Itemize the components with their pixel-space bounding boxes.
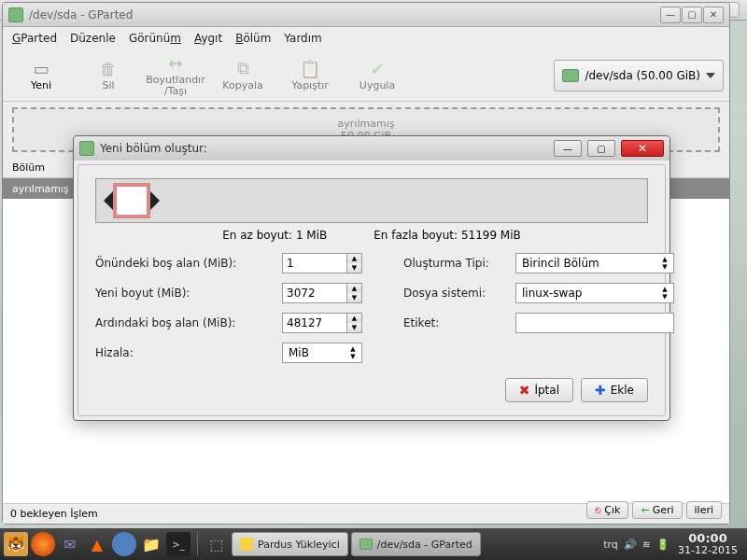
file-icon: ▭	[30, 58, 52, 78]
resize-handle-right-icon[interactable]	[150, 191, 160, 210]
copy-button[interactable]: ⧉Kopyala	[210, 52, 275, 99]
taskbar-item-gparted[interactable]: /dev/sda - GParted	[351, 532, 481, 556]
free-before-input[interactable]	[282, 253, 347, 273]
spin-down[interactable]: ▼	[347, 263, 361, 273]
folder-icon[interactable]: 📁	[139, 532, 163, 556]
statusbar: 0 bekleyen İşlem ⎋Çık ←Geri ileri	[3, 503, 729, 524]
after-label: Ardındaki boş alan (MiB):	[95, 316, 282, 329]
app-icon	[79, 141, 94, 156]
resize-icon: ↔	[164, 53, 187, 74]
clock-date: 31-12-2015	[678, 545, 738, 556]
disk-icon	[359, 539, 373, 550]
dialog-title: Yeni bölüm oluştur:	[100, 142, 548, 155]
delete-button[interactable]: 🗑Sil	[76, 52, 141, 99]
system-tray: trq 🔊 ≋ 🔋	[603, 539, 669, 551]
dialog-maximize-button[interactable]: ▢	[587, 140, 615, 157]
spin-up[interactable]: ▲	[347, 284, 361, 293]
minimize-button[interactable]: —	[660, 7, 681, 23]
free-after-input[interactable]	[282, 313, 347, 333]
disk-icon	[562, 69, 579, 82]
quit-button[interactable]: ⎋Çık	[586, 501, 628, 519]
dialog-close-button[interactable]: ✕	[621, 140, 664, 157]
back-button[interactable]: ←Geri	[632, 501, 682, 519]
cancel-icon: ✖	[519, 383, 530, 398]
firefox-icon[interactable]	[31, 532, 55, 556]
partition-preview[interactable]	[95, 178, 648, 223]
device-label: /dev/sda (50.00 GiB)	[585, 69, 700, 82]
start-menu-icon[interactable]: 🐯	[4, 532, 28, 556]
new-size-input[interactable]	[282, 283, 347, 303]
chevron-down-icon	[706, 73, 715, 78]
clock-time: 00:00	[678, 532, 738, 545]
apply-button[interactable]: ✔Uygula	[345, 52, 410, 99]
new-partition-dialog: Yeni bölüm oluştur: — ▢ ✕ En az boyut: 1…	[73, 135, 670, 421]
spin-down[interactable]: ▼	[347, 293, 361, 302]
app-icon[interactable]	[112, 532, 136, 556]
add-button[interactable]: ✚Ekle	[581, 378, 648, 402]
menu-gparted[interactable]: GGPartedParted	[12, 32, 57, 45]
taskbar: 🐯 ✉ ▲ 📁 >_ ⬚ Pardus Yükleyici /dev/sda -…	[0, 528, 747, 560]
create-as-label: Oluşturma Tipi:	[403, 257, 515, 270]
window-title: /dev/sda - GParted	[29, 8, 655, 21]
align-combo[interactable]: MiB▲▼	[282, 343, 362, 363]
show-desktop-icon[interactable]: ⬚	[204, 532, 229, 556]
filesystem-label: Dosya sistemi:	[403, 287, 515, 300]
before-label: Önündeki boş alan (MiB):	[95, 257, 282, 270]
copy-icon: ⧉	[232, 58, 254, 78]
dialog-titlebar[interactable]: Yeni bölüm oluştur: — ▢ ✕	[74, 136, 669, 161]
maximize-button[interactable]: ▢	[682, 7, 702, 23]
add-icon: ✚	[595, 383, 606, 398]
menubar: GGPartedParted Düzenle Görünüm Aygıt Böl…	[3, 27, 729, 49]
filesystem-combo[interactable]: linux-swap▲▼	[515, 283, 674, 303]
quit-icon: ⎋	[595, 504, 601, 516]
etiket-label: Etiket:	[403, 316, 515, 329]
align-label: Hizala:	[95, 346, 282, 359]
pending-operations: 0 bekleyen İşlem	[10, 508, 98, 520]
toolbar: ▭Yeni 🗑Sil ↔Boyutlandır /Taşı ⧉Kopyala 📋…	[3, 49, 729, 102]
menu-view[interactable]: Görünüm	[129, 32, 181, 45]
dialog-minimize-button[interactable]: —	[554, 140, 582, 157]
resize-button[interactable]: ↔Boyutlandır /Taşı	[143, 52, 208, 99]
size-label: Yeni boyut (MiB):	[95, 287, 282, 300]
create-as-combo[interactable]: Birincil Bölüm▲▼	[515, 253, 674, 273]
close-button[interactable]: ✕	[703, 7, 724, 23]
new-button[interactable]: ▭Yeni	[8, 52, 74, 99]
cancel-button[interactable]: ✖İptal	[505, 378, 573, 402]
app-icon	[8, 7, 23, 22]
trash-icon: 🗑	[97, 58, 120, 78]
paste-icon: 📋	[299, 58, 321, 78]
menu-help[interactable]: Yardım	[284, 32, 321, 45]
back-icon: ←	[641, 504, 649, 516]
clock[interactable]: 00:00 31-12-2015	[672, 532, 743, 556]
menu-device[interactable]: Aygıt	[194, 32, 222, 45]
vlc-icon[interactable]: ▲	[85, 532, 109, 556]
max-size-label: En fazla boyut: 51199 MiB	[374, 229, 521, 242]
titlebar[interactable]: /dev/sda - GParted — ▢ ✕	[3, 3, 729, 27]
keyboard-layout-indicator[interactable]: trq	[603, 539, 618, 551]
min-size-label: En az boyut: 1 MiB	[222, 229, 327, 242]
partition-block[interactable]	[113, 183, 150, 218]
paste-button[interactable]: 📋Yapıştır	[277, 52, 343, 99]
taskbar-item-installer[interactable]: Pardus Yükleyici	[232, 532, 348, 556]
installer-icon	[240, 538, 253, 551]
label-input[interactable]	[515, 313, 674, 333]
terminal-icon[interactable]: >_	[166, 532, 190, 556]
device-selector[interactable]: /dev/sda (50.00 GiB)	[554, 60, 724, 91]
unallocated-label: ayrılmamış	[338, 118, 395, 130]
menu-edit[interactable]: Düzenle	[70, 32, 116, 45]
mail-icon[interactable]: ✉	[58, 532, 82, 556]
spin-down[interactable]: ▼	[347, 323, 361, 332]
forward-button[interactable]: ileri	[686, 501, 722, 519]
menu-partition[interactable]: Bölüm	[235, 32, 271, 45]
check-icon: ✔	[366, 58, 388, 78]
spin-up[interactable]: ▲	[347, 254, 361, 263]
volume-icon[interactable]: 🔊	[624, 539, 637, 551]
resize-handle-left-icon[interactable]	[104, 191, 113, 210]
spin-up[interactable]: ▲	[347, 314, 361, 323]
battery-icon[interactable]: 🔋	[656, 539, 669, 551]
network-icon[interactable]: ≋	[642, 539, 651, 551]
